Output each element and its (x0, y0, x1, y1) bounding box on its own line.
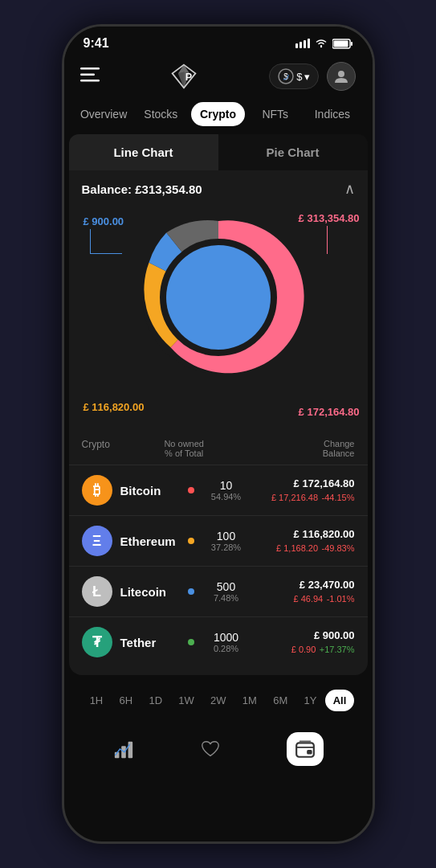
logo-icon: P (169, 62, 198, 91)
profile-button[interactable] (327, 62, 356, 91)
chart-tabs: Line Chart Pie Chart (69, 134, 368, 170)
bitcoin-balance: £ 172,164.80 £ 17,216.48 -44.15% (259, 477, 355, 504)
litecoin-icon: Ł (82, 576, 112, 607)
svg-rect-0 (295, 43, 298, 48)
currency-dropdown: ▾ (304, 71, 310, 83)
profile-icon (333, 68, 349, 84)
svg-rect-2 (304, 40, 306, 48)
bitcoin-name: Bitcoin (120, 484, 181, 497)
currency-icon: $ (278, 68, 294, 84)
table-header: Crypto No owned % of Total Change Balanc… (69, 432, 368, 465)
status-icons (295, 39, 353, 49)
nav-favorites[interactable] (200, 739, 221, 760)
tf-1w[interactable]: 1W (170, 690, 202, 711)
main-content: Line Chart Pie Chart Balance: £313,354.8… (69, 134, 368, 675)
donut-center (166, 245, 271, 350)
svg-marker-14 (178, 72, 184, 88)
chart-tab-line[interactable]: Line Chart (69, 134, 218, 170)
svg-rect-1 (299, 42, 302, 48)
status-bar: 9:41 (64, 27, 373, 54)
tf-1d[interactable]: 1D (141, 690, 170, 711)
hamburger-icon (80, 68, 100, 82)
tf-6m[interactable]: 6M (265, 690, 295, 711)
status-time: 9:41 (84, 36, 109, 51)
bitcoin-icon: ₿ (82, 475, 112, 506)
donut-chart-svg (130, 209, 307, 386)
tab-nfts[interactable]: NFTs (248, 102, 302, 126)
tether-row: ₮ Tether 1000 0.28% £ 900.00 £ 0.90 +17.… (69, 616, 368, 667)
balance-header: Balance: £313,354.80 ∧ (69, 170, 368, 201)
svg-point-4 (320, 46, 321, 47)
tether-icon: ₮ (82, 627, 112, 657)
col-pct-header: % of Total (152, 448, 216, 458)
tf-6h[interactable]: 6H (112, 690, 141, 711)
ethereum-icon: Ξ (82, 526, 112, 556)
label-bitcoin: £ 172,164.80 (299, 406, 360, 418)
signal-icon (295, 39, 310, 48)
collapse-icon[interactable]: ∧ (344, 180, 355, 198)
svg-rect-9 (80, 74, 95, 76)
label-tether: £ 900.00 (84, 215, 124, 254)
currency-label: $ (296, 71, 302, 83)
nav-tabs: Overview Stocks Crypto NFTs Indices (64, 99, 373, 134)
tether-dot (188, 639, 194, 645)
tf-2w[interactable]: 2W (202, 690, 234, 711)
ethereum-owned: 100 37.28% (194, 530, 259, 552)
bottom-nav (64, 721, 373, 777)
col-owned-header: No owned (152, 439, 216, 448)
svg-text:P: P (185, 72, 192, 83)
tether-name: Tether (120, 636, 181, 649)
label-total: £ 313,354.80 (299, 212, 360, 254)
tab-overview[interactable]: Overview (77, 102, 131, 126)
svg-rect-24 (307, 750, 312, 754)
chart-nav-icon (113, 739, 134, 760)
menu-icon[interactable] (80, 66, 100, 87)
col-balance-header: Balance (259, 448, 355, 458)
ethereum-balance: £ 116,820.00 £ 1,168.20 -49.83% (259, 528, 355, 555)
tf-1h[interactable]: 1H (82, 690, 112, 711)
ethereum-dot (188, 538, 194, 544)
bitcoin-owned: 10 54.94% (194, 479, 259, 502)
litecoin-dot (188, 588, 194, 595)
svg-rect-22 (128, 742, 132, 758)
tether-balance: £ 900.00 £ 0.90 +17.37% (259, 629, 355, 656)
bitcoin-dot (188, 487, 194, 493)
phone-frame: 9:41 (62, 24, 375, 844)
col-crypto-header: Crypto (82, 439, 110, 458)
chart-tab-pie[interactable]: Pie Chart (218, 134, 368, 170)
svg-rect-7 (333, 40, 348, 47)
svg-rect-3 (308, 39, 310, 48)
ethereum-name: Ethereum (120, 534, 181, 548)
ethereum-row: Ξ Ethereum 100 37.28% £ 116,820.00 £ 1,1… (69, 515, 368, 566)
tf-1y[interactable]: 1Y (295, 690, 324, 711)
crypto-rows: ₿ Bitcoin 10 54.94% £ 172,164.80 £ 17,21… (69, 465, 368, 667)
svg-rect-23 (296, 743, 314, 756)
tf-all[interactable]: All (325, 690, 355, 711)
litecoin-row: Ł Litecoin 500 7.48% £ 23,470.00 £ 46.94… (69, 566, 368, 616)
wallet-icon-wrap (287, 732, 324, 766)
tether-owned: 1000 0.28% (194, 631, 259, 653)
litecoin-balance: £ 23,470.00 £ 46.94 -1.01% (259, 579, 355, 605)
svg-rect-6 (351, 42, 352, 46)
donut-svg-container (130, 209, 307, 386)
nav-chart[interactable] (113, 739, 134, 760)
tab-indices[interactable]: Indices (305, 102, 359, 126)
balance-label: Balance: £313,354.80 (82, 182, 202, 196)
label-ethereum: £ 116,820.00 (84, 401, 145, 413)
tab-stocks[interactable]: Stocks (134, 102, 188, 126)
bitcoin-row: ₿ Bitcoin 10 54.94% £ 172,164.80 £ 17,21… (69, 465, 368, 515)
heart-nav-icon (200, 739, 221, 760)
tf-1m[interactable]: 1M (234, 690, 265, 711)
battery-icon (332, 39, 353, 49)
header-right: $ $ ▾ (269, 62, 356, 91)
donut-chart-area: £ 900.00 £ 313,354.80 (77, 201, 360, 426)
litecoin-owned: 500 7.48% (194, 580, 259, 603)
currency-selector[interactable]: $ $ ▾ (269, 63, 319, 89)
col-change-header: Change (259, 439, 355, 448)
nav-wallet[interactable] (287, 732, 324, 766)
svg-rect-10 (80, 80, 100, 82)
tab-crypto[interactable]: Crypto (191, 102, 245, 126)
svg-rect-8 (80, 68, 100, 70)
wallet-nav-icon (295, 739, 316, 760)
litecoin-name: Litecoin (120, 585, 181, 599)
